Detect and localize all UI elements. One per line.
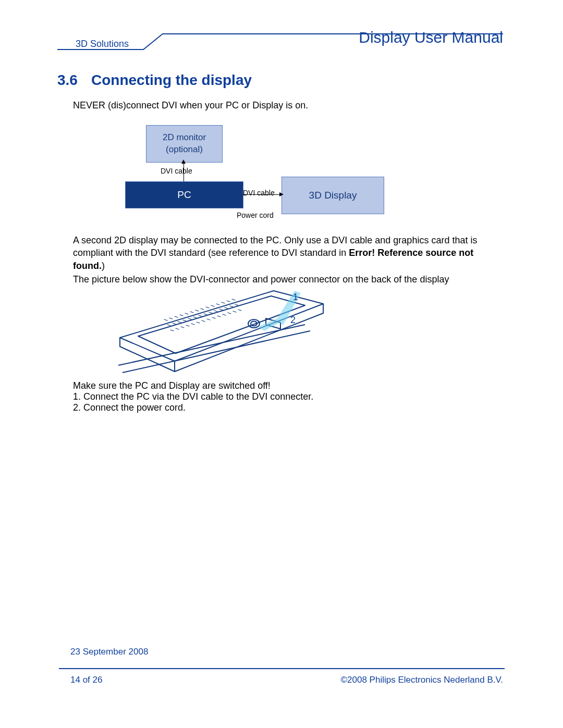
box-2d-monitor: 2D monitor (optional) [146,125,223,163]
footer-rule [59,668,505,669]
header-rule [0,31,563,52]
second-display-paragraph: A second 2D display may be connected to … [73,234,493,272]
arrow-up-icon [183,163,184,181]
box-2d-line2: (optional) [166,144,203,156]
box-3d-display: 3D Display [282,177,384,214]
warning-text: NEVER (dis)connect DVI when your PC or D… [73,99,493,112]
footer-copyright: ©2008 Philips Electronics Nederland B.V. [341,675,503,685]
step-2: 2. Connect the power cord. [73,401,493,414]
section-number: 3.6 [57,72,78,89]
arrow-right-icon [243,194,280,195]
section-title: Connecting the display [91,72,252,89]
callout-2: 2 [290,315,296,326]
svg-point-0 [248,319,260,328]
label-power-cord: Power cord [237,211,274,219]
picture-intro-text: The picture below show the DVI-connector… [73,273,493,286]
label-dvi-cable-up: DVI cable [161,167,192,175]
connection-diagram: 2D monitor (optional) PC 3D Display DVI … [73,115,493,229]
box-2d-line1: 2D monitor [163,132,206,144]
box-pc: PC [125,181,243,208]
footer-page: 14 of 26 [70,675,102,685]
footer-date: 23 September 2008 [70,647,148,657]
callout-1: 1 [293,292,298,303]
second-display-text-b: ) [102,261,105,271]
label-dvi-cable-right: DVI cable [243,189,275,197]
